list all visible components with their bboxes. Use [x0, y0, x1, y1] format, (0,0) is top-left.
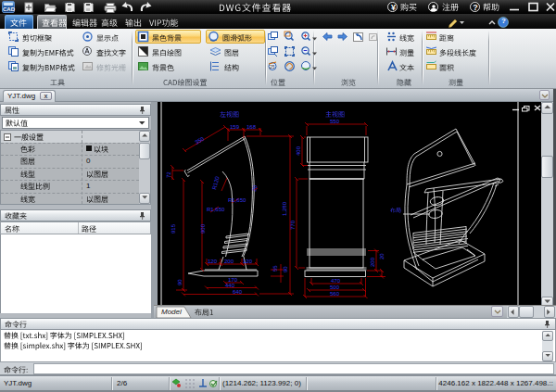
svg-text:25: 25: [270, 64, 275, 70]
svg-text:200: 200: [370, 257, 375, 267]
svg-text:440: 440: [225, 283, 235, 288]
svg-text:72: 72: [166, 171, 171, 178]
svg-text:120: 120: [208, 259, 218, 264]
svg-text:R1,650: R1,650: [228, 197, 246, 203]
svg-text:R1,650: R1,650: [207, 207, 225, 212]
svg-text:200: 200: [224, 259, 234, 264]
svg-text:640: 640: [233, 289, 243, 295]
svg-text:560: 560: [330, 291, 340, 297]
svg-text:20: 20: [379, 253, 385, 259]
svg-text:770: 770: [290, 220, 296, 230]
svg-text:400: 400: [296, 145, 301, 156]
svg-text:90: 90: [177, 279, 183, 285]
svg-text:915: 915: [171, 223, 176, 234]
svg-text:470: 470: [331, 278, 341, 284]
svg-text:350: 350: [195, 135, 206, 145]
svg-text:168: 168: [246, 124, 257, 130]
svg-text:120: 120: [243, 259, 253, 264]
svg-text:1,280: 1,280: [282, 201, 287, 216]
svg-text:159: 159: [230, 124, 240, 130]
svg-text:900: 900: [200, 223, 206, 234]
svg-text:55: 55: [272, 265, 278, 272]
svg-text:90: 90: [283, 266, 288, 272]
svg-text:550: 550: [330, 119, 340, 124]
svg-text:20: 20: [251, 184, 259, 193]
svg-text:500: 500: [330, 285, 340, 290]
svg-text:R120: R120: [211, 175, 221, 190]
